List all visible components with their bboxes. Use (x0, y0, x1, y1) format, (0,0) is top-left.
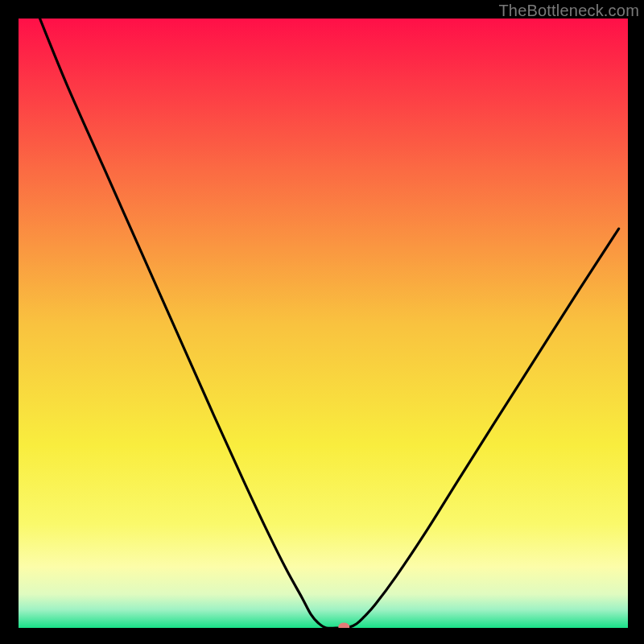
plot-svg (19, 19, 628, 628)
watermark-text: TheBottleneck.com (498, 2, 639, 20)
chart-container: TheBottleneck.com (0, 0, 644, 644)
gradient-background (19, 19, 628, 628)
plot-area (19, 19, 628, 628)
